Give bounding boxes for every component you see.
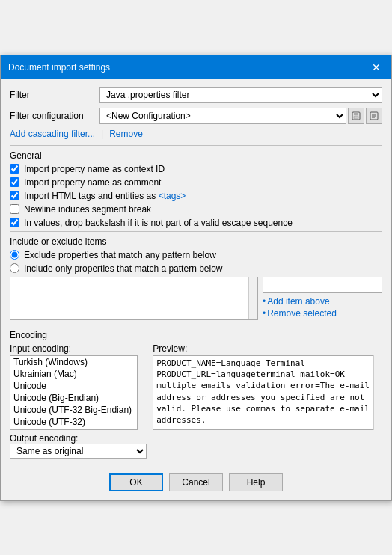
pattern-right: •Add item above •Remove selected xyxy=(263,277,382,320)
output-encoding-label: Output encoding: xyxy=(10,433,78,444)
include-exclude-label: Include or exclude items xyxy=(10,236,382,247)
filter-config-select-wrapper: <New Configuration> xyxy=(99,108,382,124)
cb3-checkbox[interactable] xyxy=(10,191,19,200)
encoding-list-item[interactable]: Turkish (Windows) xyxy=(10,356,137,368)
svg-rect-1 xyxy=(354,112,358,115)
add-cascading-link[interactable]: Add cascading filter... xyxy=(10,129,95,139)
encoding-cols: Input encoding: Turkish (Windows)Ukraini… xyxy=(10,343,382,459)
encoding-list-item[interactable]: Unicode xyxy=(10,380,137,392)
filter-row: Filter Java .properties filter xyxy=(10,87,382,103)
general-section: General Import property name as context … xyxy=(10,150,382,228)
cb4-checkbox[interactable] xyxy=(10,204,19,214)
encoding-list-item[interactable]: Unicode (UTF-7) xyxy=(10,428,137,430)
cb1-checkbox[interactable] xyxy=(10,164,19,174)
radio2-row: Include only properties that match a pat… xyxy=(10,263,382,274)
input-encoding-col: Input encoding: Turkish (Windows)Ukraini… xyxy=(10,343,147,459)
preview-col: Preview: PRODUCT_NAME=Language Terminal … xyxy=(153,343,382,459)
separator: | xyxy=(101,129,103,139)
preview-container: PRODUCT_NAME=Language Terminal PRODUCT_U… xyxy=(153,355,382,430)
cb3-label: Import HTML tags and entities as <tags> xyxy=(24,191,186,201)
encoding-section: Encoding Input encoding: Turkish (Window… xyxy=(10,330,382,459)
pattern-scrollbar xyxy=(248,278,257,319)
radio2-label: Include only properties that match a pat… xyxy=(24,263,223,274)
tags-link[interactable]: <tags> xyxy=(159,191,186,201)
pattern-left xyxy=(10,277,258,320)
preview-text: PRODUCT_NAME=Language Terminal PRODUCT_U… xyxy=(153,355,373,430)
pattern-area: •Add item above •Remove selected xyxy=(10,277,382,320)
dialog-window: Document import settings ✕ Filter Java .… xyxy=(0,55,392,501)
link-row: Add cascading filter... | Remove xyxy=(10,129,382,139)
help-button[interactable]: Help xyxy=(229,473,283,491)
preview-label: Preview: xyxy=(153,343,382,354)
cb5-row: In values, drop backslash if it is not p… xyxy=(10,218,382,228)
encoding-list-item[interactable]: Unicode (UTF-32) xyxy=(10,416,137,428)
cb2-label: Import property name as comment xyxy=(24,177,161,188)
filter-config-select[interactable]: <New Configuration> xyxy=(99,108,346,124)
input-encoding-label: Input encoding: xyxy=(10,343,147,354)
cb2-checkbox[interactable] xyxy=(10,177,19,187)
output-encoding-row: Output encoding: xyxy=(10,433,147,444)
bullet1: • xyxy=(263,296,266,307)
cb3-row: Import HTML tags and entities as <tags> xyxy=(10,191,382,201)
remove-link[interactable]: Remove xyxy=(109,129,143,139)
cb4-label: Newline induces segment break xyxy=(24,204,151,215)
encoding-label: Encoding xyxy=(10,330,382,340)
svg-rect-2 xyxy=(354,116,358,119)
cb2-row: Import property name as comment xyxy=(10,177,382,188)
cb5-checkbox[interactable] xyxy=(10,218,19,227)
radio1[interactable] xyxy=(10,250,19,260)
save-config-icon[interactable] xyxy=(348,108,364,124)
encoding-list-container: Turkish (Windows)Ukrainian (Mac)UnicodeU… xyxy=(10,355,147,430)
close-button[interactable]: ✕ xyxy=(369,60,384,75)
encoding-list-item[interactable]: Unicode (UTF-32 Big-Endian) xyxy=(10,404,137,416)
bullet2: • xyxy=(263,308,266,319)
divider-encoding xyxy=(10,325,382,325)
cb1-row: Import property name as context ID xyxy=(10,164,382,174)
title-bar: Document import settings ✕ xyxy=(1,55,391,79)
cancel-button[interactable]: Cancel xyxy=(169,473,223,491)
filter-label: Filter xyxy=(10,90,99,100)
divider-general xyxy=(10,145,382,146)
pattern-input[interactable] xyxy=(263,277,382,293)
cb4-row: Newline induces segment break xyxy=(10,204,382,215)
dialog-title: Document import settings xyxy=(8,62,110,73)
buttons-row: OK Cancel Help xyxy=(1,466,391,500)
ok-button[interactable]: OK xyxy=(109,473,163,491)
divider-include xyxy=(10,231,382,232)
radio2[interactable] xyxy=(10,263,19,273)
edit-config-icon[interactable] xyxy=(366,108,382,124)
remove-selected-link[interactable]: •Remove selected xyxy=(263,308,382,319)
encoding-scrollbar xyxy=(138,355,147,430)
cb1-label: Import property name as context ID xyxy=(24,164,165,174)
filter-config-row: Filter configuration <New Configuration> xyxy=(10,108,382,124)
encoding-list-item[interactable]: Unicode (Big-Endian) xyxy=(10,392,137,404)
include-exclude-section: Include or exclude items Exclude propert… xyxy=(10,236,382,320)
filter-select[interactable]: Java .properties filter xyxy=(99,87,382,103)
filter-select-wrapper: Java .properties filter xyxy=(99,87,382,103)
cb5-label: In values, drop backslash if it is not p… xyxy=(24,218,293,228)
encoding-list[interactable]: Turkish (Windows)Ukrainian (Mac)UnicodeU… xyxy=(10,355,138,430)
encoding-list-item[interactable]: Ukrainian (Mac) xyxy=(10,368,137,380)
dialog-content: Filter Java .properties filter Filter co… xyxy=(1,79,391,466)
radio1-row: Exclude properties that match any patter… xyxy=(10,250,382,260)
radio1-label: Exclude properties that match any patter… xyxy=(24,250,216,260)
preview-scrollbar xyxy=(373,355,382,430)
pattern-list[interactable] xyxy=(10,277,258,320)
output-encoding-select[interactable]: Same as original xyxy=(10,444,147,459)
general-label: General xyxy=(10,150,382,161)
add-item-above-link[interactable]: •Add item above xyxy=(263,296,382,307)
filter-config-label: Filter configuration xyxy=(10,111,99,121)
